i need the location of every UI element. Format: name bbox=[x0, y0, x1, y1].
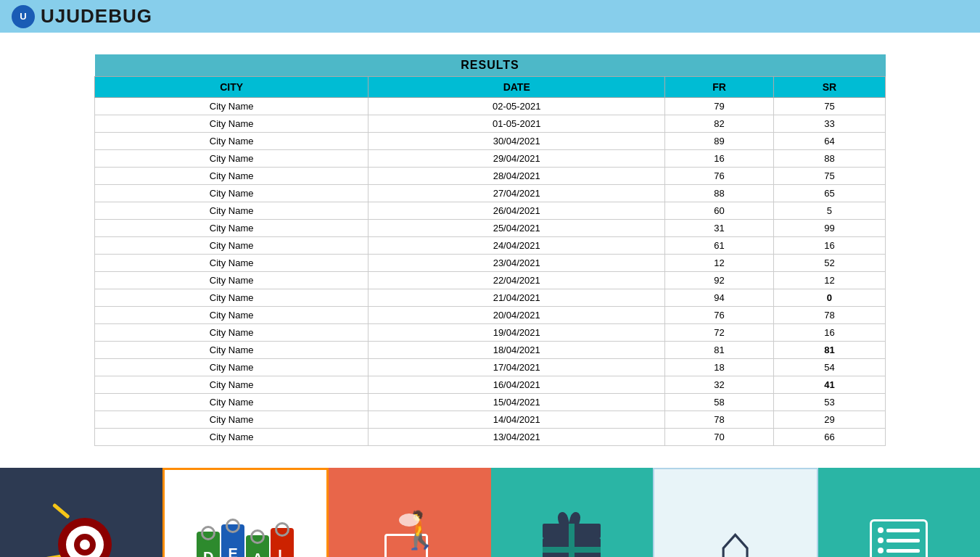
cell-fr: 16 bbox=[665, 150, 774, 168]
cell-city: City Name bbox=[95, 324, 368, 342]
cell-date: 16/04/2021 bbox=[368, 376, 665, 394]
cell-city: City Name bbox=[95, 272, 368, 289]
table-row: City Name 01-05-2021 82 33 bbox=[95, 115, 886, 133]
list-icon bbox=[870, 519, 928, 557]
table-row: City Name 23/04/2021 12 52 bbox=[95, 255, 886, 272]
cell-city: City Name bbox=[95, 237, 368, 255]
dart-1 bbox=[52, 503, 70, 519]
table-row: City Name 29/04/2021 16 88 bbox=[95, 150, 886, 168]
table-row: City Name 26/04/2021 60 5 bbox=[95, 202, 886, 220]
cell-sr: 78 bbox=[773, 307, 885, 324]
col-date: DATE bbox=[368, 77, 665, 98]
cell-city: City Name bbox=[95, 394, 368, 411]
cell-sr: 16 bbox=[773, 237, 885, 255]
cell-date: 27/04/2021 bbox=[368, 185, 665, 202]
table-row: City Name 13/04/2021 70 66 bbox=[95, 429, 886, 446]
cell-date: 15/04/2021 bbox=[368, 394, 665, 411]
cell-fr: 61 bbox=[665, 237, 774, 255]
cell-date: 22/04/2021 bbox=[368, 272, 665, 289]
cell-sr: 29 bbox=[773, 411, 885, 429]
cell-date: 30/04/2021 bbox=[368, 133, 665, 150]
cell-city: City Name bbox=[95, 185, 368, 202]
cell-sr: 75 bbox=[773, 98, 885, 115]
cell-sr: 16 bbox=[773, 324, 885, 342]
cell-sr: 65 bbox=[773, 185, 885, 202]
cell-fr: 78 bbox=[665, 411, 774, 429]
cell-city: City Name bbox=[95, 220, 368, 237]
cell-sr: 54 bbox=[773, 359, 885, 376]
table-row: City Name 28/04/2021 76 75 bbox=[95, 168, 886, 185]
cell-sr: 81 bbox=[773, 342, 885, 359]
table-row: City Name 24/04/2021 61 16 bbox=[95, 237, 886, 255]
table-row: City Name 30/04/2021 89 64 bbox=[95, 133, 886, 150]
teer-target-icon bbox=[45, 512, 118, 557]
cell-date: 13/04/2021 bbox=[368, 429, 665, 446]
cell-date: 19/04/2021 bbox=[368, 324, 665, 342]
cell-sr: 52 bbox=[773, 255, 885, 272]
card-deal[interactable]: D E A L DEAL bbox=[162, 468, 329, 557]
table-row: City Name 19/04/2021 72 16 bbox=[95, 324, 886, 342]
cell-fr: 58 bbox=[665, 394, 774, 411]
cell-city: City Name bbox=[95, 202, 368, 220]
cell-date: 20/04/2021 bbox=[368, 307, 665, 324]
cell-sr: 64 bbox=[773, 133, 885, 150]
col-city: CITY bbox=[95, 77, 368, 98]
logo-icon: U bbox=[12, 5, 35, 28]
cell-fr: 31 bbox=[665, 220, 774, 237]
cell-date: 24/04/2021 bbox=[368, 237, 665, 255]
list-line-1 bbox=[878, 527, 920, 533]
table-row: City Name 17/04/2021 18 54 bbox=[95, 359, 886, 376]
ribbon-v bbox=[569, 524, 575, 557]
deal-tags-icon: D E A L bbox=[197, 524, 294, 557]
cell-city: City Name bbox=[95, 255, 368, 272]
cell-sr: 5 bbox=[773, 202, 885, 220]
list-line-3 bbox=[878, 548, 920, 553]
site-title: UJUDEBUG bbox=[41, 5, 152, 28]
cell-date: 26/04/2021 bbox=[368, 202, 665, 220]
cell-city: City Name bbox=[95, 150, 368, 168]
results-header-row: CITY DATE FR SR bbox=[95, 77, 886, 98]
target-center bbox=[80, 540, 90, 550]
card-teer-result[interactable]: Teer Result bbox=[0, 468, 162, 557]
cell-date: 02-05-2021 bbox=[368, 98, 665, 115]
gift-icon bbox=[539, 512, 604, 557]
cell-date: 17/04/2021 bbox=[368, 359, 665, 376]
cell-city: City Name bbox=[95, 411, 368, 429]
dream-cloud bbox=[399, 513, 419, 527]
cell-city: City Name bbox=[95, 376, 368, 394]
card-win-prizes[interactable]: Win Prizes bbox=[491, 468, 654, 557]
cell-fr: 18 bbox=[665, 359, 774, 376]
cell-fr: 82 bbox=[665, 115, 774, 133]
cell-fr: 76 bbox=[665, 168, 774, 185]
table-row: City Name 15/04/2021 58 53 bbox=[95, 394, 886, 411]
card-teer-home[interactable]: ⌂ Teer & Lottery HOME bbox=[653, 468, 818, 557]
table-row: City Name 02-05-2021 79 75 bbox=[95, 98, 886, 115]
card-previous-result[interactable]: Previous Result bbox=[818, 468, 981, 557]
table-row: City Name 25/04/2021 31 99 bbox=[95, 220, 886, 237]
table-row: City Name 27/04/2021 88 65 bbox=[95, 185, 886, 202]
cell-sr: 88 bbox=[773, 150, 885, 168]
table-row: City Name 18/04/2021 81 81 bbox=[95, 342, 886, 359]
cell-sr: 41 bbox=[773, 376, 885, 394]
cell-fr: 70 bbox=[665, 429, 774, 446]
cell-date: 25/04/2021 bbox=[368, 220, 665, 237]
house-icon: ⌂ bbox=[718, 517, 753, 557]
results-table: RESULTS CITY DATE FR SR City Name 02-05-… bbox=[94, 54, 886, 446]
cell-city: City Name bbox=[95, 133, 368, 150]
cell-city: City Name bbox=[95, 342, 368, 359]
cell-fr: 92 bbox=[665, 272, 774, 289]
deal-tag-a: A bbox=[246, 535, 269, 557]
card-dream-number[interactable]: 🚶 Dream Number bbox=[329, 468, 491, 557]
cell-fr: 81 bbox=[665, 342, 774, 359]
cell-date: 01-05-2021 bbox=[368, 115, 665, 133]
table-row: City Name 21/04/2021 94 0 bbox=[95, 289, 886, 307]
results-title: RESULTS bbox=[95, 54, 886, 77]
cell-city: City Name bbox=[95, 307, 368, 324]
cell-city: City Name bbox=[95, 168, 368, 185]
table-row: City Name 14/04/2021 78 29 bbox=[95, 411, 886, 429]
cell-date: 29/04/2021 bbox=[368, 150, 665, 168]
cell-date: 23/04/2021 bbox=[368, 255, 665, 272]
cell-city: City Name bbox=[95, 429, 368, 446]
cell-fr: 89 bbox=[665, 133, 774, 150]
cell-fr: 88 bbox=[665, 185, 774, 202]
